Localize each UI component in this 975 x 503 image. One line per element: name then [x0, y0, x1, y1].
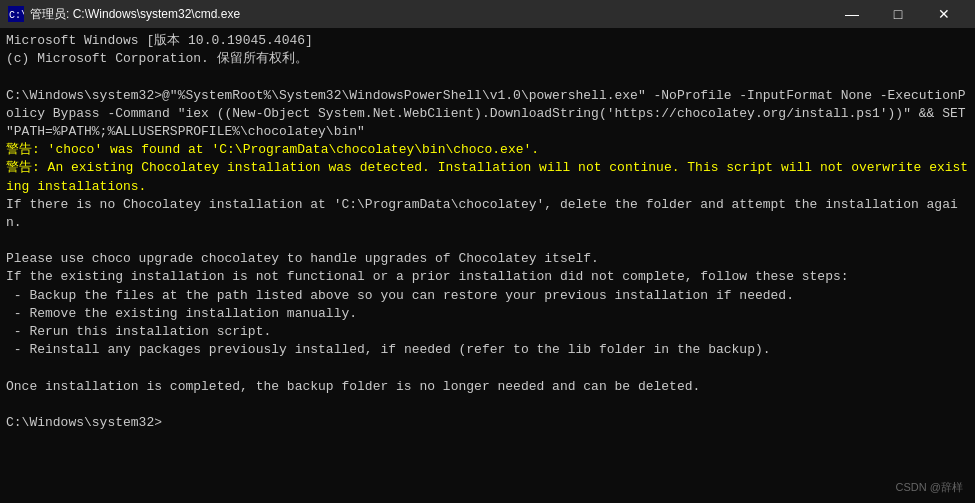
- title-bar: C:\ 管理员: C:\Windows\system32\cmd.exe — □…: [0, 0, 975, 28]
- maximize-button[interactable]: □: [875, 0, 921, 28]
- watermark: CSDN @辞样: [896, 480, 963, 495]
- title-bar-text: 管理员: C:\Windows\system32\cmd.exe: [30, 6, 829, 23]
- cmd-icon: C:\: [8, 6, 24, 22]
- svg-text:C:\: C:\: [9, 10, 24, 21]
- close-button[interactable]: ✕: [921, 0, 967, 28]
- window-controls: — □ ✕: [829, 0, 967, 28]
- terminal-output[interactable]: Microsoft Windows [版本 10.0.19045.4046](c…: [0, 28, 975, 503]
- cmd-window: C:\ 管理员: C:\Windows\system32\cmd.exe — □…: [0, 0, 975, 503]
- minimize-button[interactable]: —: [829, 0, 875, 28]
